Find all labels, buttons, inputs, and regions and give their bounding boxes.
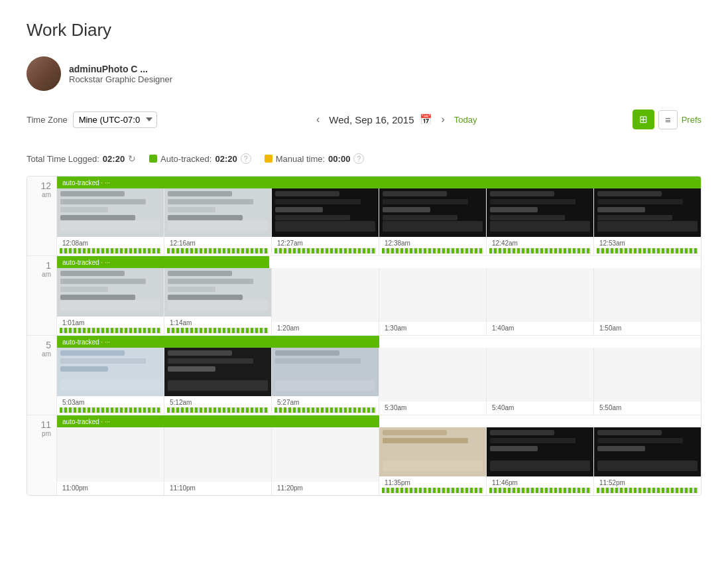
- screenshot-image[interactable]: [487, 188, 593, 237]
- screenshot-image[interactable]: [379, 188, 486, 237]
- screenshot-image[interactable]: [164, 188, 271, 237]
- cell-bottom: 11:10pm: [164, 482, 271, 495]
- screenshot-cell: 1:40am: [487, 268, 594, 335]
- auto-tracked-dot: [149, 155, 157, 163]
- screenshot-cell[interactable]: 12:38am: [379, 188, 487, 255]
- screenshot-image[interactable]: [272, 348, 379, 396]
- screenshot-image[interactable]: [272, 188, 379, 237]
- activity-bar: auto-tracked · ···: [57, 177, 701, 188]
- next-date-button[interactable]: ›: [438, 112, 449, 127]
- timezone-select[interactable]: Mine (UTC-07:0: [73, 111, 157, 128]
- screenshot-timestamp: 12:16am: [167, 238, 269, 248]
- prefs-button[interactable]: Prefs: [682, 115, 701, 125]
- screenshot-image[interactable]: [57, 268, 164, 317]
- diary-grid: 12amauto-tracked · ···12:08am12:16am12:2…: [27, 176, 701, 496]
- screenshot-cell[interactable]: 5:03am: [57, 348, 164, 415]
- activity-dots: [167, 328, 269, 333]
- activity-dots: [597, 248, 698, 253]
- timezone-label: Time Zone: [27, 115, 68, 125]
- screenshot-timestamp: 11:52pm: [597, 478, 698, 488]
- list-view-button[interactable]: ≡: [658, 110, 678, 129]
- screenshot-cell: 5:50am: [594, 348, 701, 415]
- screenshot-image: [594, 348, 701, 401]
- calendar-icon[interactable]: 📅: [420, 113, 432, 125]
- screenshot-image[interactable]: [594, 188, 701, 237]
- screenshot-image[interactable]: [164, 268, 271, 317]
- screenshot-timestamp: 5:40am: [489, 403, 591, 413]
- cell-bottom: 11:20pm: [272, 482, 379, 495]
- avatar-image: [27, 56, 61, 91]
- screenshot-cell[interactable]: 12:16am: [164, 188, 272, 255]
- screenshot-cell[interactable]: 1:14am: [164, 268, 272, 335]
- cell-bottom: 1:50am: [594, 322, 701, 335]
- screenshot-timestamp: 1:20am: [274, 323, 376, 333]
- manual-time-help-icon[interactable]: ?: [353, 153, 364, 164]
- cell-bottom: 11:00pm: [57, 482, 164, 495]
- activity-bar: auto-tracked · ···: [57, 256, 269, 268]
- screenshots-row: 5:03am5:12am5:27am5:30am5:40am5:50am: [57, 348, 701, 415]
- activity-dots: [382, 488, 483, 493]
- hour-cells: auto-tracked · ···11:00pm11:10pm11:20pm1…: [57, 415, 701, 495]
- screenshot-cell: 5:40am: [487, 348, 594, 415]
- screenshot-image: [379, 268, 486, 322]
- activity-dots: [489, 248, 591, 253]
- screenshot-image[interactable]: [57, 348, 164, 396]
- auto-tracked-help-icon[interactable]: ?: [241, 153, 251, 164]
- screenshot-image[interactable]: [164, 348, 271, 396]
- screenshot-cell[interactable]: 12:08am: [57, 188, 164, 255]
- hour-number: 12: [40, 180, 51, 191]
- screenshot-cell[interactable]: 12:53am: [594, 188, 701, 255]
- total-time-label: Total Time Logged:: [27, 154, 99, 164]
- screenshot-cell: 1:50am: [594, 268, 701, 335]
- cell-bottom: 5:30am: [379, 401, 486, 415]
- screenshot-timestamp: 1:14am: [167, 318, 269, 328]
- screenshot-cell[interactable]: 11:52pm: [594, 427, 701, 495]
- screenshot-image: [57, 427, 164, 482]
- screenshot-image[interactable]: [57, 188, 164, 237]
- screenshot-image[interactable]: [379, 427, 486, 476]
- screenshot-image[interactable]: [487, 427, 593, 476]
- screenshot-cell[interactable]: 12:27am: [272, 188, 379, 255]
- screenshot-cell[interactable]: 12:42am: [487, 188, 594, 255]
- timezone-section: Time Zone Mine (UTC-07:0: [27, 111, 157, 128]
- activity-dots: [489, 488, 591, 493]
- screenshot-timestamp: 11:46pm: [489, 478, 591, 488]
- screenshot-image: [379, 348, 486, 401]
- screenshot-timestamp: 12:53am: [597, 238, 698, 248]
- today-button[interactable]: Today: [454, 115, 477, 125]
- screenshot-cell[interactable]: 11:35pm: [379, 427, 487, 495]
- screenshot-cell: 11:20pm: [272, 427, 379, 495]
- screenshot-cell[interactable]: 5:12am: [164, 348, 272, 415]
- hour-row-11pm: 11pmauto-tracked · ···11:00pm11:10pm11:2…: [27, 415, 701, 495]
- grid-view-button[interactable]: ⊞: [633, 109, 654, 129]
- manual-time-stat: Manual time: 00:00 ?: [265, 153, 365, 164]
- screenshot-cell[interactable]: 1:01am: [57, 268, 164, 335]
- screenshots-row: 12:08am12:16am12:27am12:38am12:42am12:53…: [57, 188, 701, 255]
- hour-row-5am: 5amauto-tracked · ···5:03am5:12am5:27am5…: [27, 336, 701, 415]
- screenshot-timestamp: 1:40am: [489, 323, 591, 333]
- manual-time-dot: [265, 155, 273, 163]
- screenshot-image: [272, 427, 379, 482]
- activity-dots: [60, 407, 161, 413]
- cell-bottom: 5:27am: [272, 396, 379, 415]
- screenshot-cell[interactable]: 5:27am: [272, 348, 379, 415]
- activity-dots: [167, 248, 269, 253]
- hour-cells: auto-tracked · ···5:03am5:12am5:27am5:30…: [57, 336, 701, 415]
- screenshot-timestamp: 11:10pm: [167, 483, 269, 493]
- hour-ampm: am: [42, 271, 51, 278]
- screenshot-timestamp: 5:12am: [167, 397, 269, 407]
- cell-bottom: 12:27am: [272, 237, 379, 255]
- activity-dots: [60, 328, 161, 333]
- cell-bottom: 12:53am: [594, 237, 701, 255]
- cell-bottom: 12:42am: [487, 237, 593, 255]
- screenshot-cell: 11:10pm: [164, 427, 272, 495]
- prev-date-button[interactable]: ‹: [312, 112, 324, 127]
- manual-time-value: 00:00: [328, 154, 350, 164]
- hour-cells: auto-tracked · ···12:08am12:16am12:27am1…: [57, 177, 701, 255]
- screenshot-image[interactable]: [594, 427, 701, 476]
- auto-tracked-value: 02:20: [215, 154, 237, 164]
- screenshot-timestamp: 1:01am: [60, 318, 161, 328]
- refresh-icon[interactable]: ↻: [128, 153, 136, 164]
- screenshot-cell[interactable]: 11:46pm: [487, 427, 594, 495]
- cell-bottom: 12:16am: [164, 237, 271, 255]
